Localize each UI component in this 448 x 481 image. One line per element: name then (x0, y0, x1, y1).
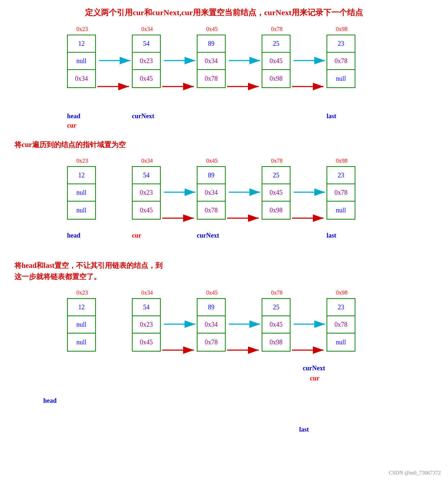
d2-node3-addr: 0x45 (198, 158, 226, 164)
node4-prev: 0x45 (262, 53, 290, 70)
d2-node4-value: 25 (262, 167, 290, 184)
node4-addr: 0x78 (262, 26, 291, 32)
section2-title: 将cur遍历到的结点的指针域置为空 (14, 140, 434, 150)
label2-curnext: curNext (197, 232, 219, 239)
d2-node5-value: 23 (327, 167, 355, 184)
diagram1: 0x23 12 null 0x34 0x34 54 0x23 0x45 0x45… (36, 22, 434, 133)
node2-addr: 0x34 (133, 26, 161, 32)
node1: 0x23 12 null 0x34 (67, 35, 96, 88)
node2-prev: 0x23 (133, 53, 160, 70)
node5: 0x98 23 0x78 null (327, 35, 355, 88)
d2-node4: 0x78 25 0x45 0x98 (262, 166, 290, 220)
d2-node4-next: 0x98 (262, 202, 290, 219)
d2-node2: 0x34 54 0x23 0x45 (132, 166, 161, 220)
watermark: CSDN @m0_73067372 (389, 470, 441, 476)
node5-value: 23 (327, 35, 355, 53)
node5-prev: 0x78 (327, 53, 355, 70)
d2-node2-value: 54 (133, 167, 160, 184)
diagram3-arrows (36, 285, 378, 368)
d2-node3-next: 0x78 (198, 202, 225, 219)
node3-prev: 0x34 (198, 53, 225, 70)
label2-last: last (327, 232, 336, 239)
node3-value: 89 (198, 35, 225, 53)
label2-head: head (67, 232, 80, 239)
section1-title: 定义两个引用cur和curNext,cur用来置空当前结点，curNext用来记… (14, 7, 434, 18)
label3-head: head (43, 397, 57, 405)
d2-node5: 0x98 23 0x78 null (327, 166, 355, 220)
node4: 0x78 25 0x45 0x98 (262, 35, 290, 88)
node1-next: 0x34 (68, 70, 95, 87)
d2-node1-next: null (68, 202, 95, 219)
label1-cur: cur (67, 122, 76, 129)
node3: 0x45 89 0x34 0x78 (197, 35, 226, 88)
d2-node1-value: 12 (68, 167, 95, 184)
d2-node4-prev: 0x45 (262, 184, 290, 202)
d2-node5-prev: 0x78 (327, 184, 355, 202)
d2-node2-addr: 0x34 (133, 158, 161, 164)
label3-cur: cur (310, 375, 319, 382)
node4-value: 25 (262, 35, 290, 53)
node5-next: null (327, 70, 355, 87)
d2-node1-addr: 0x23 (68, 158, 97, 164)
label1-last: last (327, 112, 336, 120)
d2-node3-value: 89 (198, 167, 225, 184)
node1-prev: null (68, 53, 95, 70)
d2-node5-next: null (327, 202, 355, 219)
node4-next: 0x98 (262, 70, 290, 87)
node3-next: 0x78 (198, 70, 225, 87)
d2-node4-addr: 0x78 (262, 158, 291, 164)
d2-node1: 0x23 12 null null (67, 166, 96, 220)
d2-node5-addr: 0x98 (327, 158, 356, 164)
node2-value: 54 (133, 35, 160, 53)
d2-node3: 0x45 89 0x34 0x78 (197, 166, 226, 220)
label3-curnext: curNext (303, 365, 325, 372)
node1-value: 12 (68, 35, 95, 53)
diagram3: 0x23 12 null null 0x34 54 0x23 0x45 0x45… (36, 285, 434, 444)
section3-title1: 将head和last置空，不让其引用链表的结点，到 (14, 261, 434, 270)
node2-next: 0x45 (133, 70, 160, 87)
d2-node3-prev: 0x34 (198, 184, 225, 202)
diagram2: 0x23 12 null null 0x34 54 0x23 0x45 0x45… (36, 153, 434, 254)
label1-curnext: curNext (132, 112, 154, 120)
label2-cur: cur (132, 232, 141, 239)
node3-addr: 0x45 (198, 26, 226, 32)
d2-node1-prev: null (68, 184, 95, 202)
d2-node2-prev: 0x23 (133, 184, 160, 202)
node2: 0x34 54 0x23 0x45 (132, 35, 161, 88)
d2-node2-next: 0x45 (133, 202, 160, 219)
label3-last: last (299, 426, 309, 433)
label1-head: head (67, 112, 80, 120)
node5-addr: 0x98 (327, 26, 356, 32)
node1-addr: 0x23 (68, 26, 97, 32)
section3-title2: 这一步就将链表都置空了。 (14, 272, 434, 282)
